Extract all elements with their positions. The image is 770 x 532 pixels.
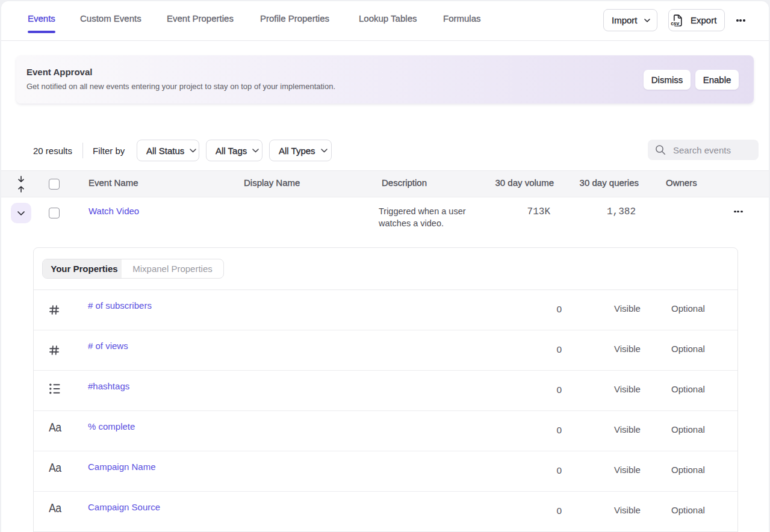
svg-text:csv: csv — [671, 20, 679, 26]
